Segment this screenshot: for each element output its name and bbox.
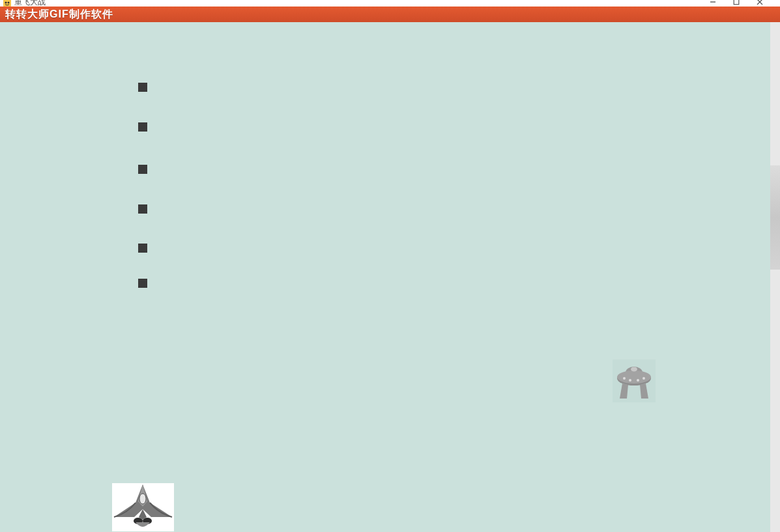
app-name: 转转大师GIF制作软件 [5, 8, 113, 21]
right-margin-shade [770, 165, 780, 270]
right-margin [770, 22, 780, 532]
svg-point-9 [617, 371, 651, 384]
svg-point-2 [8, 2, 10, 4]
bullet [138, 204, 147, 214]
app-header: 转转大师GIF制作软件 [0, 7, 780, 22]
game-canvas[interactable] [0, 22, 770, 532]
svg-point-12 [637, 379, 639, 382]
minimize-button[interactable] [708, 0, 717, 7]
svg-point-11 [629, 379, 631, 382]
svg-point-14 [631, 367, 637, 372]
window-controls [708, 0, 780, 7]
bullet [138, 122, 147, 132]
enemy-ufo [613, 359, 656, 402]
bullet [138, 279, 147, 288]
close-button[interactable] [755, 0, 764, 7]
bullet [138, 83, 147, 92]
maximize-button[interactable] [732, 0, 741, 7]
svg-point-15 [139, 494, 146, 504]
player-ship[interactable] [112, 483, 174, 531]
svg-point-10 [623, 377, 626, 380]
svg-point-1 [5, 2, 7, 4]
svg-point-13 [643, 377, 645, 380]
window-title-bar: 重飞大战 [0, 0, 780, 7]
svg-rect-4 [734, 0, 739, 5]
bullet [138, 165, 147, 174]
bullet [138, 244, 147, 253]
